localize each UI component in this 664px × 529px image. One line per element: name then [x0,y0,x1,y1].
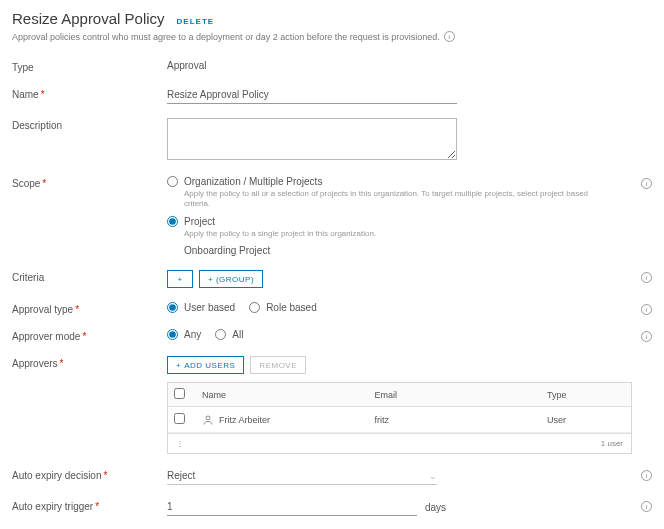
type-value: Approval [167,60,206,71]
remove-users-button[interactable]: REMOVE [250,356,306,374]
name-label: Name [12,89,39,100]
scope-project-label: Project [184,216,215,227]
user-icon [202,414,214,426]
col-name: Name [196,390,369,400]
scope-project-radio[interactable] [167,216,178,227]
scope-org-label: Organization / Multiple Projects [184,176,322,187]
required-marker: * [75,304,79,315]
type-label: Type [12,60,167,73]
approval-type-label: Approval type [12,304,73,315]
delete-policy-link[interactable]: DELETE [177,17,215,26]
selected-project: Onboarding Project [184,245,628,256]
approval-type-user-label: User based [184,302,235,313]
approver-name: Fritz Arbeiter [219,415,270,425]
auto-expiry-trigger-label: Auto expiry trigger [12,501,93,512]
approver-mode-all-radio[interactable] [215,329,226,340]
approvers-label: Approvers [12,358,58,369]
approval-type-user-radio[interactable] [167,302,178,313]
days-unit: days [425,502,446,516]
info-icon[interactable]: i [641,178,652,189]
description-textarea[interactable] [167,118,457,160]
page-title: Resize Approval Policy [12,10,165,27]
approver-mode-label: Approver mode [12,331,80,342]
name-input[interactable] [167,87,457,104]
page-subtitle: Approval policies control who must agree… [12,32,440,42]
chevron-down-icon: ⌄ [429,471,437,481]
table-row: Fritz Arbeiter fritz User [168,407,631,433]
approver-row-checkbox[interactable] [174,413,185,424]
scope-project-hint: Apply the policy to a single project in … [184,229,604,239]
info-icon[interactable]: i [641,304,652,315]
criteria-add-group-button[interactable]: + (GROUP) [199,270,263,288]
scope-label: Scope [12,178,40,189]
select-all-approvers-checkbox[interactable] [174,388,185,399]
approver-type: User [541,415,631,425]
auto-expiry-decision-label: Auto expiry decision [12,470,102,481]
approval-type-role-label: Role based [266,302,317,313]
info-icon[interactable]: i [444,31,455,42]
info-icon[interactable]: i [641,272,652,283]
plus-icon: + [176,361,181,370]
criteria-add-button[interactable]: + [167,270,193,288]
approver-email: fritz [369,415,542,425]
table-footer-left: ⋮ [176,439,184,448]
auto-expiry-decision-value: Reject [167,470,195,481]
approval-type-role-radio[interactable] [249,302,260,313]
col-email: Email [369,390,542,400]
approver-mode-any-radio[interactable] [167,329,178,340]
info-icon[interactable]: i [641,331,652,342]
approver-mode-any-label: Any [184,329,201,340]
required-marker: * [104,470,108,481]
add-users-button[interactable]: +ADD USERS [167,356,244,374]
required-marker: * [82,331,86,342]
auto-expiry-decision-select[interactable]: Reject ⌄ [167,468,437,485]
scope-org-hint: Apply the policy to all or a selection o… [184,189,604,210]
col-type: Type [541,390,631,400]
info-icon[interactable]: i [641,470,652,481]
scope-org-radio[interactable] [167,176,178,187]
required-marker: * [95,501,99,512]
required-marker: * [60,358,64,369]
approvers-count: 1 user [601,439,623,448]
approvers-table: Name Email Type Fritz Arbeiter fritz Use… [167,382,632,454]
description-label: Description [12,118,167,131]
info-icon[interactable]: i [641,501,652,512]
svg-point-0 [206,416,210,420]
auto-expiry-trigger-input[interactable] [167,499,417,516]
criteria-label: Criteria [12,270,167,283]
add-users-label: ADD USERS [184,361,235,370]
required-marker: * [42,178,46,189]
approver-mode-all-label: All [232,329,243,340]
required-marker: * [41,89,45,100]
